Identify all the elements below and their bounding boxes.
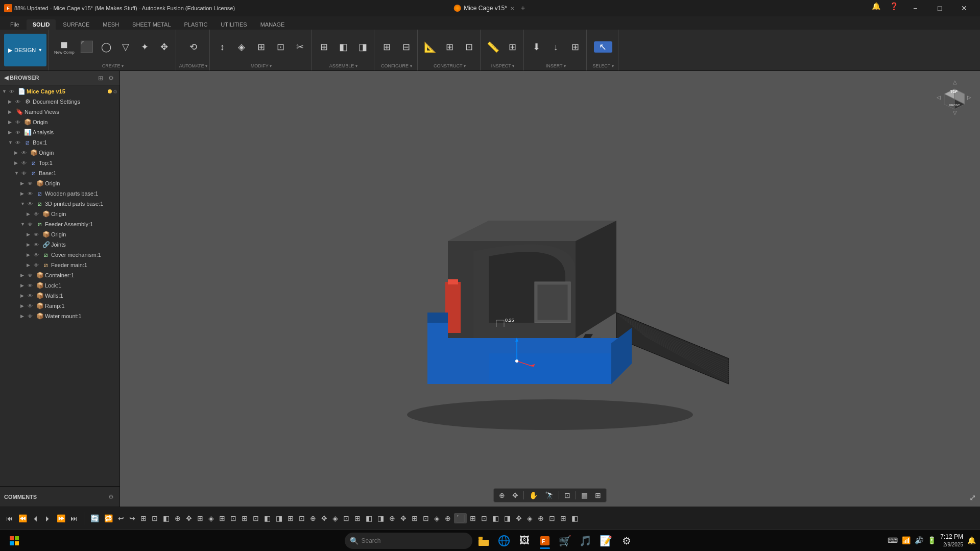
revolve-btn[interactable]: ◯: [97, 41, 115, 53]
tree-item-watermount1[interactable]: ▶ 👁 📦 Water mount:1: [0, 311, 119, 321]
tool-7[interactable]: ◧: [161, 513, 172, 523]
tree-expand-feederorigin[interactable]: ▶: [27, 232, 33, 237]
eye-baseorigin[interactable]: 👁: [28, 181, 35, 186]
tool-25[interactable]: ◧: [364, 513, 374, 523]
taskbar-app-settings[interactable]: ⚙: [617, 532, 636, 550]
tool-8[interactable]: ⊕: [173, 513, 183, 523]
vp-grid-btn[interactable]: ⊞: [592, 490, 604, 500]
notification-center-btn[interactable]: 🔔: [967, 536, 976, 544]
eye-walls1[interactable]: 👁: [28, 293, 35, 299]
press-pull-btn[interactable]: ↕: [213, 41, 231, 53]
config-btn[interactable]: ⊟: [397, 41, 415, 53]
taskbar-app-explorer[interactable]: [474, 532, 493, 550]
eye-docsettings[interactable]: 👁: [15, 99, 22, 105]
tool-20[interactable]: ⊕: [308, 513, 318, 523]
point-btn[interactable]: ⊡: [460, 41, 478, 53]
tool-35[interactable]: ⊡: [479, 513, 489, 523]
sphere-btn[interactable]: ✦: [136, 41, 154, 53]
tool-37[interactable]: ◨: [502, 513, 513, 523]
tool-12[interactable]: ⊞: [217, 513, 227, 523]
tool-43[interactable]: ◧: [569, 513, 580, 523]
close-button[interactable]: ✕: [952, 0, 976, 16]
tree-expand-namedviews[interactable]: ▶: [8, 109, 14, 114]
help-icon[interactable]: ❓: [886, 0, 902, 16]
tree-expand-wooden[interactable]: ▶: [20, 191, 27, 196]
tree-item-feeder-assembly[interactable]: ▼ 👁 ⧄ Feeder Assembly:1: [0, 219, 119, 229]
step-back-btn[interactable]: ⏪: [16, 513, 29, 523]
ribbon-tab-mesh[interactable]: MESH: [97, 19, 125, 30]
axis-btn[interactable]: ⊞: [440, 41, 459, 53]
select-btn[interactable]: ↖: [594, 41, 612, 53]
eye-feederasm[interactable]: 👁: [28, 222, 35, 227]
tree-item-origin[interactable]: ▶ 👁 📦 Origin: [0, 117, 119, 127]
taskbar-app-browser[interactable]: [495, 532, 513, 550]
eye-covermech[interactable]: 👁: [34, 252, 41, 258]
ribbon-tab-manage[interactable]: MANAGE: [254, 19, 291, 30]
section-btn[interactable]: ⊞: [503, 41, 521, 53]
eye-ramp1[interactable]: 👁: [28, 303, 35, 309]
taskbar-app-music[interactable]: 🎵: [577, 532, 595, 550]
tool-9[interactable]: ✥: [184, 513, 194, 523]
tree-expand-container1[interactable]: ▶: [20, 273, 27, 278]
split-btn[interactable]: ✂: [291, 41, 309, 53]
play-fwd-btn[interactable]: ⏵: [42, 513, 54, 523]
tool-2[interactable]: 🔁: [102, 513, 115, 523]
ribbon-tab-utilities[interactable]: UTILITIES: [214, 19, 253, 30]
plane-btn[interactable]: 📐: [421, 41, 439, 53]
notification-icon[interactable]: 🔔: [868, 0, 885, 16]
browser-settings-btn[interactable]: ⚙: [107, 74, 115, 82]
tool-6[interactable]: ⊡: [150, 513, 160, 523]
tree-expand-baseorigin[interactable]: ▶: [20, 181, 27, 186]
tree-expand-feederasm[interactable]: ▼: [20, 222, 27, 227]
tool-26[interactable]: ◨: [375, 513, 386, 523]
tool-16[interactable]: ◧: [262, 513, 273, 523]
tree-item-ramp1[interactable]: ▶ 👁 📦 Ramp:1: [0, 301, 119, 311]
automate-btn[interactable]: ⟲: [184, 41, 203, 53]
eye-boxorigin[interactable]: 👁: [21, 150, 29, 156]
eye-origin[interactable]: 👁: [15, 119, 22, 125]
eye-3dprinted[interactable]: 👁: [28, 201, 35, 207]
tree-item-doc-settings[interactable]: ▶ 👁 ⚙ Document Settings: [0, 97, 119, 107]
vp-display-btn[interactable]: ▦: [578, 490, 591, 500]
tool-10[interactable]: ⊞: [195, 513, 205, 523]
tree-expand-box1[interactable]: ▼: [8, 140, 14, 145]
network-icon[interactable]: 📶: [902, 536, 911, 544]
tool-39[interactable]: ◈: [525, 513, 535, 523]
as-built-btn[interactable]: ◧: [334, 41, 352, 53]
tool-11[interactable]: ◈: [206, 513, 216, 523]
tool-17[interactable]: ◨: [274, 513, 284, 523]
tree-item-box1[interactable]: ▼ 👁 ⧄ Box:1: [0, 137, 119, 148]
root-settings-btn[interactable]: ⚙: [113, 89, 117, 94]
eye-joints[interactable]: 👁: [34, 242, 41, 248]
tool-28[interactable]: ✥: [398, 513, 409, 523]
joint-btn[interactable]: ⊞: [315, 41, 333, 53]
tree-expand-ramp1[interactable]: ▶: [20, 303, 27, 308]
insert-mcad-btn[interactable]: ↓: [546, 41, 565, 53]
tab-add-icon[interactable]: ＋: [519, 4, 527, 13]
tree-item-top1[interactable]: ▶ 👁 ⧄ Top:1: [0, 158, 119, 168]
viewport[interactable]: TOP FRONT ◁ ▷ △ ▽: [120, 71, 980, 507]
tool-40[interactable]: ⊕: [536, 513, 546, 523]
tree-expand-base1[interactable]: ▼: [14, 171, 20, 176]
tree-item-base-origin[interactable]: ▶ 👁 📦 Origin: [0, 178, 119, 188]
skip-fwd-btn[interactable]: ⏭: [68, 513, 80, 523]
tree-item-feeder-origin[interactable]: ▶ 👁 📦 Origin: [0, 229, 119, 239]
eye-container1[interactable]: 👁: [28, 273, 35, 278]
extrude-btn[interactable]: ⬛: [78, 40, 96, 54]
tool-13[interactable]: ⊡: [228, 513, 238, 523]
tree-expand-3dprinted[interactable]: ▼: [20, 201, 27, 206]
tool-1[interactable]: 🔄: [88, 513, 101, 523]
tree-expand-walls1[interactable]: ▶: [20, 293, 27, 298]
volume-icon[interactable]: 🔊: [915, 536, 923, 544]
tool-29[interactable]: ⊞: [410, 513, 420, 523]
eye-base1[interactable]: 👁: [21, 171, 29, 176]
table-btn[interactable]: ⊞: [377, 41, 396, 53]
ribbon-tab-surface[interactable]: SURFACE: [57, 19, 95, 30]
vp-orbit-btn[interactable]: 🔭: [542, 490, 557, 500]
tree-item-named-views[interactable]: ▶ 🔖 Named Views: [0, 107, 119, 117]
tree-expand-docsettings[interactable]: ▶: [8, 99, 14, 104]
vp-joint-btn[interactable]: ⊕: [496, 490, 508, 500]
chamfer-btn[interactable]: ⊞: [252, 41, 270, 53]
start-button[interactable]: [4, 532, 25, 550]
eye-watermount1[interactable]: 👁: [28, 314, 35, 319]
